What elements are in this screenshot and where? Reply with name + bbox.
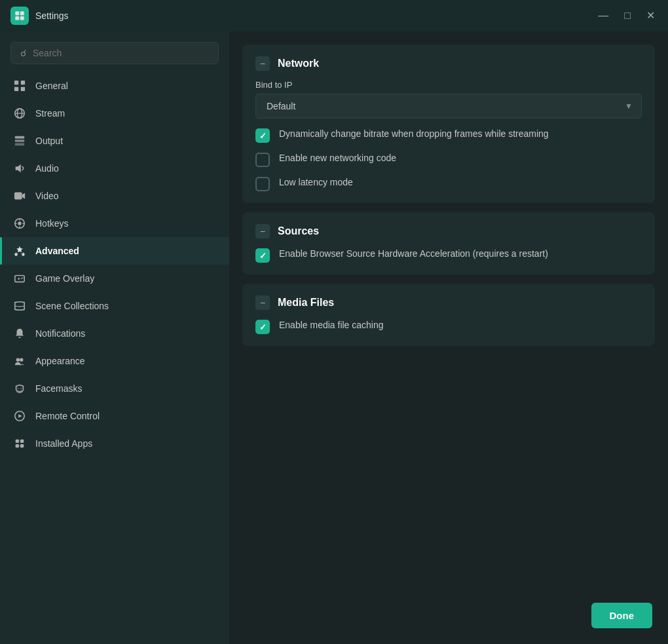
scene-collections-icon — [13, 299, 26, 313]
browser-hw-text: Enable Browser Source Hardware Accelerat… — [279, 248, 548, 261]
sidebar-item-installed-apps[interactable]: Installed Apps — [0, 430, 229, 457]
sidebar-item-notifications[interactable]: Notifications — [0, 320, 229, 347]
network-body: Bind to IP Default 127.0.0.1 0.0.0.0 ▼ ✓ — [242, 80, 655, 203]
media-files-body: ✓ Enable media file caching — [242, 319, 655, 346]
remote-control-label: Remote Control — [35, 411, 100, 421]
stream-icon — [13, 107, 26, 120]
network-section: − Network Bind to IP Default 127.0.0.1 0… — [242, 45, 655, 203]
minimize-button[interactable]: — — [595, 8, 611, 24]
general-label: General — [35, 81, 68, 91]
search-box[interactable]: ☌ — [10, 42, 219, 64]
svg-rect-12 — [15, 140, 24, 142]
low-latency-row: Low latency mode — [255, 176, 642, 191]
sidebar-item-general[interactable]: General — [0, 72, 229, 100]
bind-to-ip-label: Bind to IP — [255, 80, 642, 90]
browser-hw-row: ✓ Enable Browser Source Hardware Acceler… — [255, 248, 642, 263]
audio-icon — [13, 162, 26, 175]
video-icon — [13, 189, 26, 202]
game-overlay-icon — [13, 272, 26, 285]
advanced-label: Advanced — [35, 246, 79, 256]
app-logo — [10, 7, 29, 25]
sidebar-item-stream[interactable]: Stream — [0, 100, 229, 127]
low-latency-checkbox[interactable] — [255, 177, 270, 191]
media-files-collapse-button[interactable]: − — [255, 295, 270, 310]
appearance-icon — [13, 354, 26, 368]
sources-collapse-button[interactable]: − — [255, 224, 270, 238]
media-files-title: Media Files — [278, 297, 334, 309]
network-collapse-button[interactable]: − — [255, 56, 270, 71]
hotkeys-label: Hotkeys — [35, 218, 69, 229]
video-label: Video — [35, 191, 59, 201]
sources-title: Sources — [278, 225, 319, 237]
sidebar-item-facemasks[interactable]: Facemasks — [0, 375, 229, 402]
media-files-header: − Media Files — [242, 284, 655, 319]
stream-label: Stream — [35, 108, 65, 119]
window-controls: — □ ✕ — [595, 8, 658, 24]
svg-point-27 — [21, 388, 22, 388]
svg-point-23 — [22, 277, 24, 278]
svg-rect-7 — [21, 87, 25, 91]
dynamic-bitrate-checkbox[interactable]: ✓ — [255, 128, 270, 143]
check-icon: ✓ — [259, 131, 267, 141]
svg-marker-16 — [22, 193, 26, 199]
svg-rect-3 — [20, 16, 24, 20]
done-button[interactable]: Done — [591, 603, 653, 628]
bind-ip-select[interactable]: Default 127.0.0.1 0.0.0.0 — [255, 94, 642, 119]
installed-apps-icon — [13, 437, 26, 450]
svg-rect-33 — [20, 444, 24, 447]
footer: Done — [591, 603, 653, 628]
svg-marker-29 — [18, 414, 22, 417]
titlebar: Settings — □ ✕ — [0, 0, 668, 31]
bind-ip-select-wrapper: Default 127.0.0.1 0.0.0.0 ▼ — [255, 94, 642, 119]
browser-hw-checkbox[interactable]: ✓ — [255, 248, 270, 263]
output-label: Output — [35, 136, 63, 146]
content-area: − Network Bind to IP Default 127.0.0.1 0… — [229, 31, 668, 644]
svg-point-26 — [18, 388, 18, 388]
svg-point-24 — [16, 358, 20, 362]
search-container: ☌ — [0, 39, 229, 72]
svg-point-18 — [18, 221, 21, 225]
sidebar-item-scene-collections[interactable]: Scene Collections — [0, 292, 229, 320]
svg-rect-13 — [15, 143, 24, 146]
dynamic-bitrate-text: Dynamically change bitrate when dropping… — [279, 128, 549, 141]
advanced-icon — [13, 244, 26, 257]
sidebar-item-output[interactable]: Output — [0, 127, 229, 155]
notifications-icon — [13, 327, 26, 340]
svg-rect-5 — [21, 81, 25, 85]
svg-rect-15 — [14, 193, 22, 200]
sidebar-item-game-overlay[interactable]: Game Overlay — [0, 265, 229, 292]
sidebar-item-audio[interactable]: Audio — [0, 155, 229, 182]
new-networking-checkbox[interactable] — [255, 153, 270, 167]
hotkeys-icon — [13, 217, 26, 230]
svg-rect-2 — [15, 16, 19, 20]
svg-rect-11 — [15, 136, 24, 139]
installed-apps-label: Installed Apps — [35, 438, 92, 449]
sidebar-item-hotkeys[interactable]: Hotkeys — [0, 210, 229, 237]
appearance-label: Appearance — [35, 356, 85, 366]
svg-rect-1 — [20, 11, 24, 15]
media-caching-checkbox[interactable]: ✓ — [255, 320, 270, 334]
audio-label: Audio — [35, 163, 59, 174]
search-icon: ☌ — [20, 48, 26, 58]
sidebar-item-advanced[interactable]: Advanced — [0, 237, 229, 265]
search-input[interactable] — [33, 48, 209, 58]
svg-rect-4 — [14, 81, 18, 85]
check-icon: ✓ — [259, 251, 267, 261]
check-icon: ✓ — [259, 322, 267, 332]
maximize-button[interactable]: □ — [622, 8, 633, 24]
sidebar-item-remote-control[interactable]: Remote Control — [0, 402, 229, 430]
app-logo-icon — [14, 10, 26, 22]
media-caching-text: Enable media file caching — [279, 319, 384, 332]
svg-point-22 — [21, 278, 22, 280]
close-button[interactable]: ✕ — [644, 8, 658, 24]
media-files-section: − Media Files ✓ Enable media file cachin… — [242, 284, 655, 346]
remote-control-icon — [13, 409, 26, 423]
svg-rect-30 — [16, 440, 19, 443]
low-latency-text: Low latency mode — [279, 176, 353, 189]
bind-to-ip-field: Bind to IP Default 127.0.0.1 0.0.0.0 ▼ — [255, 80, 642, 119]
facemasks-label: Facemasks — [35, 383, 83, 394]
general-icon — [13, 79, 26, 92]
sidebar-item-video[interactable]: Video — [0, 182, 229, 210]
sidebar-item-appearance[interactable]: Appearance — [0, 347, 229, 375]
game-overlay-label: Game Overlay — [35, 273, 94, 284]
